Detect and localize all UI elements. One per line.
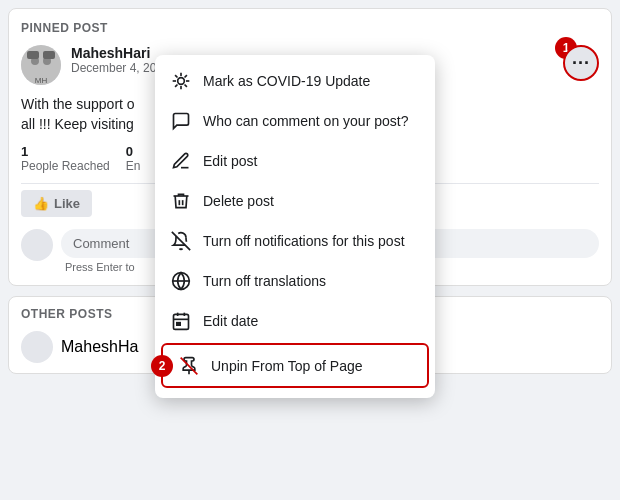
translate-icon: [171, 271, 191, 291]
menu-item-edit-date[interactable]: Edit date: [155, 301, 435, 341]
other-post-username: MaheshHa: [61, 338, 138, 356]
pinned-label: PINNED POST: [21, 21, 599, 35]
bell-off-icon: [171, 231, 191, 251]
menu-label-edit-date: Edit date: [203, 313, 258, 329]
menu-label-covid: Mark as COVID-19 Update: [203, 73, 370, 89]
menu-item-edit-post[interactable]: Edit post: [155, 141, 435, 181]
stat-reached: 1 People Reached: [21, 144, 110, 173]
svg-line-12: [185, 85, 187, 87]
menu-item-delete-post[interactable]: Delete post: [155, 181, 435, 221]
menu-label-delete-post: Delete post: [203, 193, 274, 209]
more-options-button[interactable]: ···: [563, 45, 599, 81]
stat-engaged: 0 En: [126, 144, 141, 173]
ellipsis-icon: ···: [572, 53, 590, 74]
svg-point-6: [178, 78, 185, 85]
svg-rect-4: [43, 51, 55, 59]
comment-placeholder: Comment: [73, 236, 129, 251]
like-label: Like: [54, 196, 80, 211]
other-post-avatar: [21, 331, 53, 363]
menu-label-unpin: Unpin From Top of Page: [211, 358, 363, 374]
menu-item-covid[interactable]: Mark as COVID-19 Update: [155, 61, 435, 101]
trash-icon: [171, 191, 191, 211]
like-button[interactable]: 👍 Like: [21, 190, 92, 217]
dropdown-menu: Mark as COVID-19 Update Who can comment …: [155, 55, 435, 398]
stat-label-reached: People Reached: [21, 159, 110, 173]
calendar-icon: [171, 311, 191, 331]
menu-item-who-comment[interactable]: Who can comment on your post?: [155, 101, 435, 141]
svg-line-15: [172, 232, 190, 250]
comment-icon: [171, 111, 191, 131]
menu-item-notif[interactable]: Turn off notifications for this post: [155, 221, 435, 261]
pin-icon: [179, 356, 199, 376]
main-content: PINNED POST MH MaheshHari December 4, 20…: [0, 0, 620, 500]
covid-icon: [171, 71, 191, 91]
commenter-avatar: [21, 229, 53, 261]
menu-label-edit-post: Edit post: [203, 153, 257, 169]
svg-line-13: [175, 85, 177, 87]
stat-number-engaged: 0: [126, 144, 141, 159]
avatar: MH: [21, 45, 61, 85]
stat-label-engaged: En: [126, 159, 141, 173]
svg-line-14: [185, 75, 187, 77]
stat-number-reached: 1: [21, 144, 110, 159]
menu-item-unpin[interactable]: Unpin From Top of Page: [163, 345, 427, 386]
badge-two: 2: [151, 355, 173, 377]
menu-label-notif: Turn off notifications for this post: [203, 233, 405, 249]
menu-label-who-comment: Who can comment on your post?: [203, 113, 408, 129]
menu-label-translate: Turn off translations: [203, 273, 326, 289]
svg-text:MH: MH: [35, 76, 48, 85]
svg-line-11: [175, 75, 177, 77]
svg-rect-3: [27, 51, 39, 59]
like-icon: 👍: [33, 196, 49, 211]
edit-icon: [171, 151, 191, 171]
menu-item-translate[interactable]: Turn off translations: [155, 261, 435, 301]
svg-rect-22: [177, 323, 180, 326]
